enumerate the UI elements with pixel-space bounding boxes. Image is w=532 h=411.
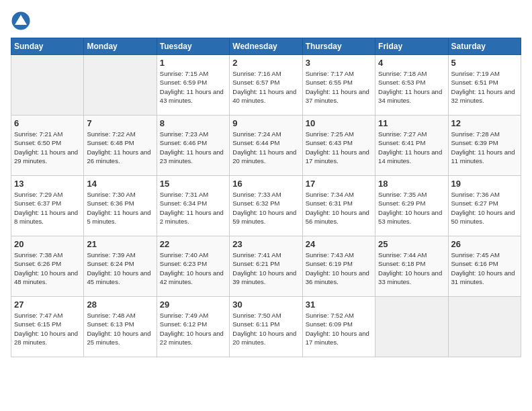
calendar-cell: 22Sunrise: 7:40 AM Sunset: 6:23 PM Dayli… [157, 236, 229, 297]
day-info: Sunrise: 7:39 AM Sunset: 6:24 PM Dayligh… [87, 250, 153, 286]
day-info: Sunrise: 7:28 AM Sunset: 6:39 PM Dayligh… [451, 130, 518, 165]
calendar-cell: 6Sunrise: 7:21 AM Sunset: 6:50 PM Daylig… [11, 116, 84, 176]
day-info: Sunrise: 7:35 AM Sunset: 6:29 PM Dayligh… [378, 190, 445, 226]
calendar-cell: 25Sunrise: 7:44 AM Sunset: 6:18 PM Dayli… [375, 236, 448, 297]
day-number: 19 [451, 179, 518, 189]
week-row-2: 6Sunrise: 7:21 AM Sunset: 6:50 PM Daylig… [11, 116, 521, 176]
day-number: 5 [451, 58, 518, 68]
calendar-cell: 9Sunrise: 7:24 AM Sunset: 6:44 PM Daylig… [230, 116, 302, 176]
day-info: Sunrise: 7:30 AM Sunset: 6:36 PM Dayligh… [87, 190, 153, 226]
calendar-cell [84, 55, 157, 116]
day-info: Sunrise: 7:16 AM Sunset: 6:57 PM Dayligh… [232, 69, 299, 105]
page-header [11, 11, 521, 31]
calendar-cell: 10Sunrise: 7:25 AM Sunset: 6:43 PM Dayli… [302, 116, 375, 176]
calendar-cell: 8Sunrise: 7:23 AM Sunset: 6:46 PM Daylig… [157, 116, 229, 176]
calendar-cell: 27Sunrise: 7:47 AM Sunset: 6:15 PM Dayli… [11, 297, 84, 357]
day-info: Sunrise: 7:36 AM Sunset: 6:27 PM Dayligh… [451, 190, 518, 226]
day-number: 14 [87, 179, 153, 189]
calendar-cell: 24Sunrise: 7:43 AM Sunset: 6:19 PM Dayli… [302, 236, 375, 297]
day-number: 13 [14, 179, 81, 189]
calendar-cell: 7Sunrise: 7:22 AM Sunset: 6:48 PM Daylig… [84, 116, 157, 176]
week-row-4: 20Sunrise: 7:38 AM Sunset: 6:26 PM Dayli… [11, 236, 521, 297]
day-number: 24 [306, 239, 372, 249]
day-info: Sunrise: 7:48 AM Sunset: 6:13 PM Dayligh… [87, 311, 153, 347]
calendar-cell: 5Sunrise: 7:19 AM Sunset: 6:51 PM Daylig… [448, 55, 521, 116]
calendar-cell: 28Sunrise: 7:48 AM Sunset: 6:13 PM Dayli… [84, 297, 157, 357]
day-header-monday: Monday [84, 38, 157, 55]
calendar-cell [375, 297, 448, 357]
day-info: Sunrise: 7:24 AM Sunset: 6:44 PM Dayligh… [232, 130, 299, 165]
day-number: 23 [232, 239, 299, 249]
logo-icon [11, 11, 31, 31]
day-info: Sunrise: 7:25 AM Sunset: 6:43 PM Dayligh… [306, 130, 372, 165]
day-header-tuesday: Tuesday [157, 38, 229, 55]
day-number: 20 [14, 239, 81, 249]
calendar-cell: 1Sunrise: 7:15 AM Sunset: 6:59 PM Daylig… [157, 55, 229, 116]
calendar-cell: 26Sunrise: 7:45 AM Sunset: 6:16 PM Dayli… [448, 236, 521, 297]
day-info: Sunrise: 7:40 AM Sunset: 6:23 PM Dayligh… [160, 250, 226, 286]
calendar-cell: 29Sunrise: 7:49 AM Sunset: 6:12 PM Dayli… [157, 297, 229, 357]
day-number: 15 [160, 179, 226, 189]
day-number: 11 [378, 118, 445, 128]
day-number: 18 [378, 179, 445, 189]
day-info: Sunrise: 7:15 AM Sunset: 6:59 PM Dayligh… [160, 69, 226, 105]
calendar-cell: 12Sunrise: 7:28 AM Sunset: 6:39 PM Dayli… [448, 116, 521, 176]
day-info: Sunrise: 7:31 AM Sunset: 6:34 PM Dayligh… [160, 190, 226, 226]
day-info: Sunrise: 7:33 AM Sunset: 6:32 PM Dayligh… [232, 190, 299, 226]
day-number: 7 [87, 118, 153, 128]
day-info: Sunrise: 7:18 AM Sunset: 6:53 PM Dayligh… [378, 69, 445, 105]
day-info: Sunrise: 7:17 AM Sunset: 6:55 PM Dayligh… [306, 69, 372, 105]
header-row: SundayMondayTuesdayWednesdayThursdayFrid… [11, 38, 521, 55]
day-header-wednesday: Wednesday [230, 38, 302, 55]
calendar-cell: 2Sunrise: 7:16 AM Sunset: 6:57 PM Daylig… [230, 55, 302, 116]
calendar-cell: 18Sunrise: 7:35 AM Sunset: 6:29 PM Dayli… [375, 176, 448, 236]
day-info: Sunrise: 7:19 AM Sunset: 6:51 PM Dayligh… [451, 69, 518, 105]
day-info: Sunrise: 7:29 AM Sunset: 6:37 PM Dayligh… [14, 190, 81, 226]
calendar-table: SundayMondayTuesdayWednesdayThursdayFrid… [11, 38, 521, 357]
day-number: 9 [232, 118, 299, 128]
day-info: Sunrise: 7:43 AM Sunset: 6:19 PM Dayligh… [306, 250, 372, 286]
calendar-cell: 21Sunrise: 7:39 AM Sunset: 6:24 PM Dayli… [84, 236, 157, 297]
day-number: 26 [451, 239, 518, 249]
day-info: Sunrise: 7:47 AM Sunset: 6:15 PM Dayligh… [14, 311, 81, 347]
day-info: Sunrise: 7:27 AM Sunset: 6:41 PM Dayligh… [378, 130, 445, 165]
day-number: 6 [14, 118, 81, 128]
calendar-cell: 14Sunrise: 7:30 AM Sunset: 6:36 PM Dayli… [84, 176, 157, 236]
day-info: Sunrise: 7:41 AM Sunset: 6:21 PM Dayligh… [232, 250, 299, 286]
day-number: 4 [378, 58, 445, 68]
calendar-cell: 20Sunrise: 7:38 AM Sunset: 6:26 PM Dayli… [11, 236, 84, 297]
calendar-cell [448, 297, 521, 357]
day-header-sunday: Sunday [11, 38, 84, 55]
day-number: 12 [451, 118, 518, 128]
calendar-cell: 19Sunrise: 7:36 AM Sunset: 6:27 PM Dayli… [448, 176, 521, 236]
day-number: 3 [306, 58, 372, 68]
day-number: 2 [232, 58, 299, 68]
day-number: 31 [306, 300, 372, 310]
calendar-cell: 31Sunrise: 7:52 AM Sunset: 6:09 PM Dayli… [302, 297, 375, 357]
day-header-saturday: Saturday [448, 38, 521, 55]
day-info: Sunrise: 7:45 AM Sunset: 6:16 PM Dayligh… [451, 250, 518, 286]
day-info: Sunrise: 7:23 AM Sunset: 6:46 PM Dayligh… [160, 130, 226, 165]
day-info: Sunrise: 7:22 AM Sunset: 6:48 PM Dayligh… [87, 130, 153, 165]
day-number: 22 [160, 239, 226, 249]
day-number: 28 [87, 300, 153, 310]
week-row-5: 27Sunrise: 7:47 AM Sunset: 6:15 PM Dayli… [11, 297, 521, 357]
calendar-cell: 17Sunrise: 7:34 AM Sunset: 6:31 PM Dayli… [302, 176, 375, 236]
calendar-cell: 3Sunrise: 7:17 AM Sunset: 6:55 PM Daylig… [302, 55, 375, 116]
day-number: 29 [160, 300, 226, 310]
day-info: Sunrise: 7:50 AM Sunset: 6:11 PM Dayligh… [232, 311, 299, 347]
day-number: 8 [160, 118, 226, 128]
week-row-3: 13Sunrise: 7:29 AM Sunset: 6:37 PM Dayli… [11, 176, 521, 236]
day-info: Sunrise: 7:38 AM Sunset: 6:26 PM Dayligh… [14, 250, 81, 286]
day-info: Sunrise: 7:34 AM Sunset: 6:31 PM Dayligh… [306, 190, 372, 226]
calendar-cell: 4Sunrise: 7:18 AM Sunset: 6:53 PM Daylig… [375, 55, 448, 116]
day-info: Sunrise: 7:52 AM Sunset: 6:09 PM Dayligh… [306, 311, 372, 347]
day-info: Sunrise: 7:44 AM Sunset: 6:18 PM Dayligh… [378, 250, 445, 286]
day-number: 1 [160, 58, 226, 68]
day-number: 21 [87, 239, 153, 249]
calendar-cell: 11Sunrise: 7:27 AM Sunset: 6:41 PM Dayli… [375, 116, 448, 176]
day-number: 16 [232, 179, 299, 189]
calendar-cell: 16Sunrise: 7:33 AM Sunset: 6:32 PM Dayli… [230, 176, 302, 236]
calendar-cell [11, 55, 84, 116]
day-number: 25 [378, 239, 445, 249]
